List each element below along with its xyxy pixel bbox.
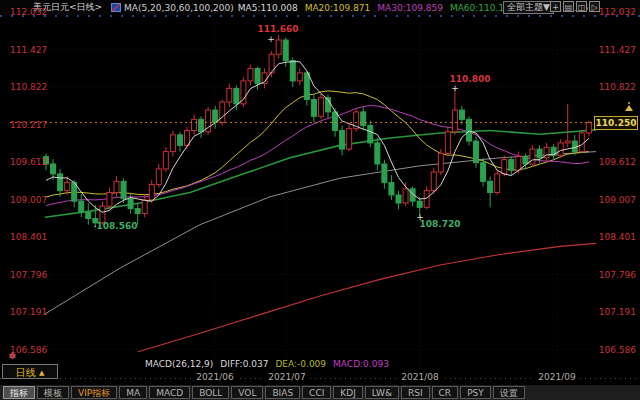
price-axis-label: 107.191 [10, 308, 47, 317]
price-axis-label: 110.217 [10, 121, 47, 130]
price-axis-label: 108.401 [10, 233, 47, 242]
price-axis-label: 108.401 [599, 233, 636, 242]
time-axis-label: 2021/07 [264, 372, 309, 382]
price-axis-label: 111.427 [599, 46, 636, 55]
price-axis-label: 112.032 [10, 8, 47, 17]
price-axis-label: 112.032 [599, 8, 636, 17]
current-price-badge: 110.250 [594, 116, 638, 130]
forex-chart-window: 美元日元<日线> MA(5,20,30,60,100,200) MA5:110.… [0, 0, 640, 400]
price-axis-label: 107.796 [599, 271, 636, 280]
tab-ma[interactable]: MA [119, 386, 147, 399]
time-axis-label: 2021/09 [534, 372, 579, 382]
macd-title: MACD(26,12,9) [145, 359, 213, 369]
macd-value: DEA:-0.009 [275, 359, 326, 369]
svg-text:+: + [451, 83, 459, 93]
tab-settings[interactable]: 设置 [493, 386, 525, 399]
tab-rsi[interactable]: RSI [401, 386, 430, 399]
price-axis-label: 110.822 [599, 83, 636, 92]
macd-value: DIFF:0.037 [220, 359, 268, 369]
tab-vip-indicators[interactable]: VIP指标 [71, 386, 117, 399]
tab-boll[interactable]: BOLL [192, 386, 229, 399]
tab-vol[interactable]: VOL [231, 386, 263, 399]
price-axis-label: 111.427 [10, 46, 47, 55]
tab-psy[interactable]: PSY [460, 386, 491, 399]
period-selector-button[interactable]: 日线 ▲ [2, 364, 58, 379]
indicator-flower-icon[interactable]: * [9, 350, 16, 365]
tab-lwr[interactable]: LW& [365, 386, 399, 399]
price-axis-label: 109.612 [599, 158, 636, 167]
macd-readout: MACD(26,12,9) DIFF:0.037DEA:-0.009MACD:0… [145, 359, 389, 369]
svg-text:+: + [267, 34, 275, 44]
tab-indicators[interactable]: 指标 [3, 386, 35, 399]
tab-cr[interactable]: CR [432, 386, 459, 399]
tab-bias[interactable]: BIAS [265, 386, 300, 399]
tab-templates[interactable]: 模板 [37, 386, 69, 399]
time-axis-label: 2021/08 [397, 372, 442, 382]
price-axis-label: 109.007 [599, 196, 636, 205]
candlestick-chart[interactable]: +111.660+110.800·108.560+108.720 [0, 0, 640, 400]
tab-cci[interactable]: CCI [302, 386, 331, 399]
price-axis-label: 109.612 [10, 158, 47, 167]
indicator-tab-bar: 指标模板VIP指标MAMACDBOLLVOLBIASCCIKDJLW&RSICR… [0, 385, 640, 400]
tab-kdj[interactable]: KDJ [333, 386, 363, 399]
time-axis: 2021/062021/072021/082021/09 [0, 371, 640, 384]
svg-text:110.800: 110.800 [450, 74, 491, 84]
tab-macd[interactable]: MACD [149, 386, 190, 399]
price-axis-label: 107.191 [599, 308, 636, 317]
price-axis-label: 107.796 [10, 271, 47, 280]
svg-text:108.560: 108.560 [97, 221, 138, 231]
macd-value: MACD:0.093 [333, 359, 389, 369]
price-alert-icon[interactable] [625, 102, 633, 112]
price-axis-label: 106.586 [599, 346, 636, 355]
svg-text:111.660: 111.660 [258, 24, 299, 34]
price-axis-label: 109.007 [10, 196, 47, 205]
price-axis-label: 110.822 [10, 83, 47, 92]
time-axis-label: 2021/06 [192, 372, 237, 382]
svg-text:108.720: 108.720 [420, 219, 461, 229]
